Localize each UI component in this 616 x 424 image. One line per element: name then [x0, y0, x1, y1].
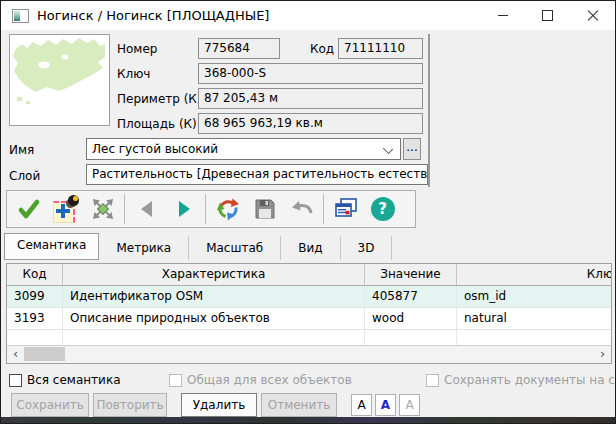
close-icon	[587, 10, 599, 22]
column-header-key[interactable]: Ключ	[457, 264, 612, 285]
fit-extent-button[interactable]	[84, 193, 121, 225]
cell-key: natural	[457, 308, 612, 329]
checkbox-label: Вся семантика	[27, 373, 121, 387]
cell-value: 405877	[365, 286, 457, 307]
table-row[interactable]: 3193 Описание природных объектов wood na…	[7, 308, 612, 330]
tab-view[interactable]: Вид	[281, 236, 340, 260]
save-button[interactable]	[246, 193, 283, 225]
preview-polygon	[10, 35, 107, 123]
tab-metrics[interactable]: Метрика	[99, 236, 189, 260]
checkbox-icon	[9, 374, 22, 387]
app-icon	[12, 9, 29, 23]
delete-button[interactable]: Удалить	[181, 393, 257, 417]
refresh-button[interactable]	[209, 193, 246, 225]
toolbar: ?	[6, 190, 416, 228]
minimize-button[interactable]	[480, 1, 525, 30]
checkbox-save-documents: Сохранять документы на сер	[426, 372, 616, 388]
create-search-object-button[interactable]	[47, 193, 84, 225]
chevron-down-icon	[383, 144, 393, 154]
font-small-button[interactable]: A	[351, 394, 372, 416]
undo-button[interactable]	[283, 193, 320, 225]
horizontal-scrollbar[interactable]: ‹ ›	[7, 345, 611, 363]
area-field: 68 965 963,19 кв.м	[198, 113, 423, 134]
cell-code: 3193	[7, 308, 63, 329]
tab-semantics[interactable]: Семантика	[4, 233, 99, 260]
cell-characteristic: Описание природных объектов	[63, 308, 365, 329]
perimeter-field: 87 205,43 м	[198, 88, 423, 109]
close-button[interactable]	[570, 1, 615, 30]
layer-field[interactable]: Растительность [Древесная растительность…	[86, 164, 428, 185]
accept-icon	[16, 196, 42, 222]
toolbar-separator	[323, 194, 324, 224]
number-field: 775684	[198, 38, 280, 59]
checkbox-label: Общая для всех объектов	[187, 373, 352, 387]
maximize-icon	[542, 10, 553, 21]
checkbox-icon	[169, 374, 182, 387]
checkbox-all-semantics[interactable]: Вся семантика	[9, 372, 121, 388]
object-properties-dialog: Ногинск / Ногинск [ПЛОЩАДНЫЕ] Номер 7756…	[0, 0, 616, 424]
previous-object-icon	[135, 197, 159, 221]
cell-key: osm_id	[457, 286, 612, 307]
tab-3d[interactable]: 3D	[341, 236, 393, 260]
column-header-characteristic[interactable]: Характеристика	[63, 264, 365, 285]
tab-bar: Семантика Метрика Масштаб Вид 3D	[4, 234, 392, 260]
repeat-button: Повторить	[93, 393, 167, 417]
scroll-left-icon[interactable]: ‹	[7, 346, 24, 362]
column-header-value[interactable]: Значение	[365, 264, 457, 285]
checkbox-common-for-all: Общая для всех объектов	[169, 372, 352, 388]
table-row[interactable]: 3099 Идентификатор OSM 405877 osm_id	[7, 286, 612, 308]
report-button[interactable]	[327, 193, 364, 225]
accept-button[interactable]	[10, 193, 47, 225]
key-field: 368-000-S	[198, 63, 423, 84]
window-title: Ногинск / Ногинск [ПЛОЩАДНЫЕ]	[37, 8, 269, 23]
toolbar-separator	[124, 194, 125, 224]
toolbar-separator	[205, 194, 206, 224]
number-label: Номер	[117, 39, 157, 59]
area-label: Площадь (К)	[117, 114, 197, 134]
code-field: 71111110	[338, 38, 423, 59]
name-more-button[interactable]: ...	[403, 138, 421, 160]
scroll-right-icon[interactable]: ›	[594, 346, 611, 362]
layer-label: Слой	[9, 166, 40, 186]
refresh-icon	[215, 196, 241, 222]
create-search-object-icon	[52, 196, 79, 223]
window-controls	[480, 1, 615, 30]
name-label: Имя	[9, 140, 34, 160]
save-semantics-button: Сохранить	[11, 393, 89, 417]
undo-icon	[289, 196, 315, 222]
table-header: Код Характеристика Значение Ключ	[7, 264, 612, 286]
panel-splitter[interactable]	[428, 34, 430, 187]
scrollbar-thumb[interactable]	[24, 347, 65, 361]
object-preview	[9, 34, 110, 126]
minimize-icon	[498, 15, 508, 16]
save-icon	[252, 196, 278, 222]
help-button[interactable]: ?	[364, 193, 401, 225]
cell-characteristic: Идентификатор OSM	[63, 286, 365, 307]
perimeter-label: Периметр (К)	[117, 89, 202, 109]
help-icon: ?	[371, 197, 395, 221]
font-large-button: A	[399, 394, 420, 416]
column-header-code[interactable]: Код	[7, 264, 63, 285]
font-medium-button[interactable]: A	[375, 394, 396, 416]
key-label: Ключ	[117, 64, 150, 84]
fit-extent-icon	[90, 196, 116, 222]
code-label: Код	[310, 39, 334, 59]
tab-scale[interactable]: Масштаб	[189, 236, 281, 260]
cell-code: 3099	[7, 286, 63, 307]
semantics-table: Код Характеристика Значение Ключ 3099 Ид…	[6, 263, 612, 364]
name-value: Лес густой высокий	[92, 142, 218, 156]
name-combobox[interactable]: Лес густой высокий	[86, 138, 401, 160]
cancel-button: Отменить	[261, 393, 337, 417]
next-object-button[interactable]	[165, 193, 202, 225]
report-icon	[333, 196, 359, 222]
background-app-strip	[1, 417, 615, 423]
titlebar: Ногинск / Ногинск [ПЛОЩАДНЫЕ]	[1, 1, 615, 30]
checkbox-icon	[426, 374, 439, 387]
maximize-button[interactable]	[525, 1, 570, 30]
next-object-icon	[172, 197, 196, 221]
previous-object-button[interactable]	[128, 193, 165, 225]
cell-value: wood	[365, 308, 457, 329]
checkbox-label: Сохранять документы на сер	[444, 373, 616, 387]
